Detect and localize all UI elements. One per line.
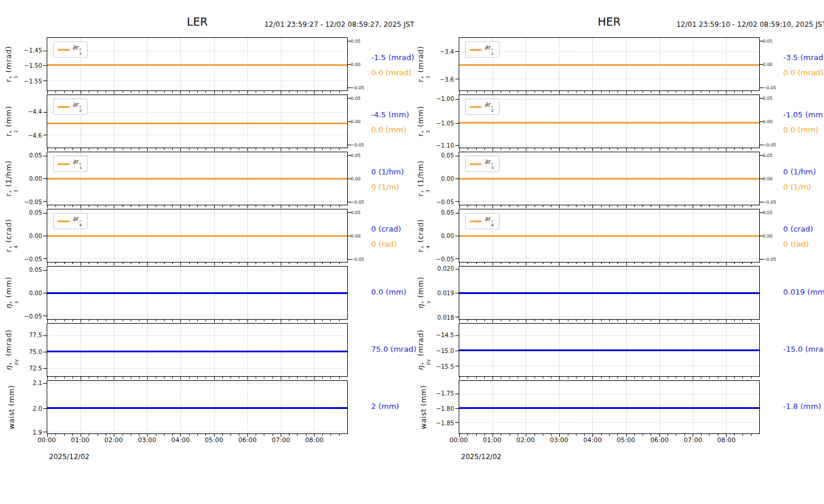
x-minor-tick [131, 434, 131, 436]
x-minor-tick [685, 205, 685, 207]
x-major-tick [626, 377, 627, 380]
x-minor-tick [742, 320, 743, 321]
x-minor-tick [106, 148, 106, 150]
x-minor-tick [551, 148, 551, 150]
x-minor-tick [676, 262, 676, 264]
x-minor-tick [676, 434, 676, 436]
x-major-tick [526, 148, 526, 151]
x-minor-tick [742, 205, 743, 207]
x-major-tick [81, 320, 81, 323]
y-tick [43, 258, 47, 259]
x-minor-tick [551, 434, 551, 436]
x-minor-tick [609, 148, 610, 150]
x-minor-tick [239, 91, 239, 93]
x-minor-tick [617, 377, 618, 379]
x-major-tick [459, 377, 460, 380]
x-minor-tick [709, 377, 710, 379]
trace-line-r2 [459, 122, 759, 124]
gridline-vertical [114, 95, 114, 148]
gridline-horizontal [47, 258, 347, 259]
x-major-tick [559, 205, 560, 208]
y-tick [455, 145, 459, 146]
x-minor-tick [164, 320, 165, 321]
x-minor-tick [139, 91, 139, 93]
x-minor-tick [576, 262, 577, 264]
x-minor-tick [164, 434, 165, 436]
x-minor-tick [751, 434, 752, 436]
x-minor-tick [256, 205, 256, 207]
x-minor-tick [617, 205, 618, 207]
subplot-eta-py: η*py (mrad)−14.5−15.0−15.5-15.0 (mrad) [412, 323, 824, 377]
x-minor-tick [256, 434, 256, 436]
gridline-vertical [626, 95, 627, 148]
x-minor-tick [718, 434, 718, 436]
x-minor-tick [156, 320, 156, 321]
subplot-r3: ∂r*3r*3 (1/hm)0.050.00−0.050.050.00−0.05… [0, 152, 412, 205]
x-minor-tick [273, 205, 273, 207]
x-major-tick [114, 377, 114, 380]
x-minor-tick [742, 262, 743, 264]
x-minor-tick [256, 320, 256, 321]
x-major-tick [626, 205, 627, 208]
x-minor-tick [264, 148, 264, 150]
x-minor-tick [97, 262, 98, 264]
x-minor-tick [501, 262, 501, 264]
y-tick [455, 422, 459, 423]
y-tick [455, 213, 459, 214]
x-minor-tick [289, 148, 289, 150]
x-major-tick [81, 262, 81, 265]
x-minor-tick [535, 377, 535, 379]
gridline-horizontal [459, 394, 759, 394]
x-minor-tick [651, 377, 651, 379]
x-tick-label: 07:00 [683, 436, 702, 444]
x-minor-tick [609, 377, 610, 379]
value-readout-eta-y-blue: 0.019 (mm) [783, 288, 824, 296]
legend-line-swatch [58, 220, 69, 222]
panel-her: HER12/01 23:59:10 - 12/02 08:59:10, 2025… [412, 0, 824, 504]
value-readout-r4-orange: 0 (rad) [371, 239, 397, 248]
x-minor-tick [264, 434, 264, 436]
x-minor-tick [676, 377, 676, 379]
x-minor-tick [97, 320, 98, 321]
x-minor-tick [709, 320, 710, 321]
x-minor-tick [568, 434, 568, 436]
x-major-tick [214, 205, 215, 208]
x-minor-tick [123, 148, 123, 150]
x-minor-tick [718, 262, 718, 264]
x-major-tick [281, 262, 281, 265]
value-readout-r3-orange: 0 (1/m) [371, 182, 399, 191]
x-minor-tick [55, 148, 56, 150]
y-tick-label: −0.05 [1, 256, 42, 262]
x-minor-tick [701, 205, 701, 207]
x-axis-date-ler: 2025/12/02 [49, 453, 89, 461]
x-major-tick [314, 320, 315, 323]
subplot-r4: ∂r*4r*4 (crad)0.050.00−0.050.050.00−0.05… [412, 209, 824, 262]
x-minor-tick [751, 320, 752, 321]
x-major-tick [180, 262, 181, 265]
x-minor-tick [643, 320, 643, 321]
y-tick-label: 2.1 [1, 379, 42, 386]
y-tick-label: 75.0 [1, 348, 42, 355]
x-major-tick [693, 91, 693, 94]
plot-frame-r3: ∂r*3 [459, 152, 760, 205]
x-major-tick [180, 377, 181, 380]
x-major-tick [726, 320, 727, 323]
x-major-tick [81, 205, 81, 208]
legend-r1: ∂r*1 [53, 41, 88, 58]
x-major-tick [493, 91, 493, 94]
x-major-tick [281, 377, 281, 380]
x-tick-label: 03:00 [138, 436, 156, 444]
trace-line-r4 [47, 235, 347, 237]
x-minor-tick [197, 434, 198, 436]
x-minor-tick [584, 320, 585, 321]
x-major-tick [47, 262, 48, 265]
x-minor-tick [601, 320, 602, 321]
x-major-tick [626, 148, 627, 151]
x-minor-tick [601, 434, 602, 436]
right-y-tick-label: −0.05 [351, 200, 364, 205]
x-minor-tick [131, 91, 131, 93]
x-minor-tick [676, 148, 676, 150]
x-minor-tick [643, 91, 643, 93]
y-tick-label: −0.05 [413, 198, 454, 205]
x-major-tick [281, 205, 281, 208]
